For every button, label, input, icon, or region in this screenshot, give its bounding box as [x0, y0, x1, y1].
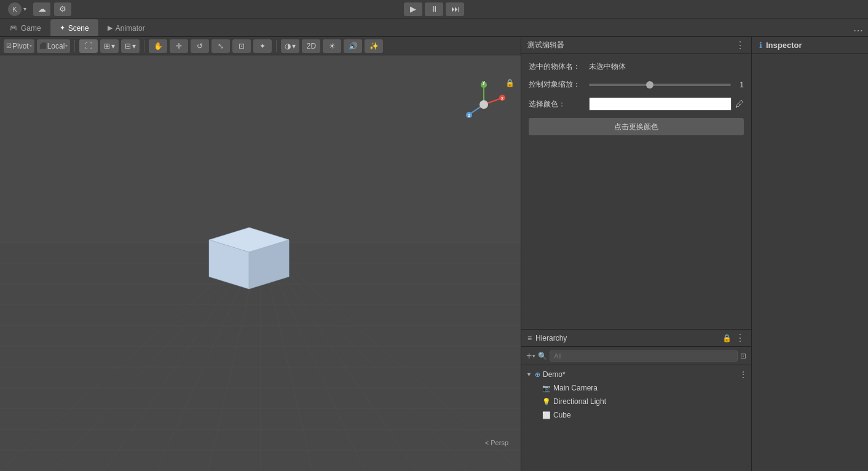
hierarchy-item-main-camera[interactable]: 📷 Main Camera — [521, 381, 751, 395]
cube-label: Cube — [553, 411, 571, 419]
selected-label: 选中的物体名： — [529, 61, 584, 72]
inspector-title: Inspector — [766, 41, 802, 50]
pause-button[interactable]: ⏸ — [425, 2, 443, 16]
rect-icon: ⊞ — [104, 42, 110, 50]
toolbar-sep-2 — [144, 40, 144, 52]
local-label: Local — [47, 42, 65, 50]
translate-button[interactable]: ✛ — [170, 39, 188, 53]
custom-tool-button[interactable]: ✦ — [253, 39, 272, 53]
hand-icon: ✋ — [154, 42, 163, 50]
hierarchy-item-directional-light[interactable]: 💡 Directional Light — [521, 395, 751, 408]
editor-panel-title: 测试编辑器 — [527, 40, 732, 50]
hierarchy-menu-button[interactable]: ⋮ — [735, 333, 745, 343]
scene-toolbar: ☑ Pivot ▾ ⬛ Local ▾ ⛶ ⊞ ▾ ⊟ ▾ — [0, 37, 521, 55]
grid-canvas: y x z 🔒 < Persp — [0, 55, 521, 471]
rect-transform-button[interactable]: ⊡ — [232, 39, 251, 53]
move-tool-button[interactable]: ⛶ — [79, 39, 98, 53]
cloud-button[interactable]: ☁ — [33, 2, 50, 16]
grid-btn[interactable]: ⊟ ▾ — [121, 39, 140, 53]
filter-icon: ⊡ — [740, 352, 746, 360]
inspector-content — [752, 54, 868, 471]
scale-slider-thumb[interactable] — [646, 81, 653, 89]
editor-menu-button[interactable]: ⋮ — [735, 41, 745, 50]
lighting-button[interactable]: ☀ — [323, 39, 341, 53]
pivot-checkbox-icon: ☑ — [6, 42, 12, 49]
fx-button[interactable]: ✨ — [365, 39, 383, 53]
eyedropper-icon: 🖊 — [735, 99, 744, 109]
toolbar-sep-3 — [276, 40, 277, 52]
custom-icon: ✦ — [259, 42, 266, 50]
inspector-icon: ℹ — [759, 41, 762, 50]
step-button[interactable]: ⏭ — [446, 2, 464, 16]
hierarchy-item-scene[interactable]: ▼ ⊕ Demo* ⋮ — [521, 368, 751, 381]
shading-button[interactable]: ◑ ▾ — [281, 39, 299, 53]
color-picker-box[interactable] — [589, 97, 732, 111]
audio-icon: 🔊 — [349, 42, 358, 50]
tab-row: 🎮 Game ✦ Scene ▶ Animator ⋯ — [0, 18, 868, 37]
tab-more-button[interactable]: ⋯ — [848, 25, 868, 36]
rotate-button[interactable]: ↺ — [191, 39, 209, 53]
local-dropdown-arrow: ▾ — [65, 43, 68, 49]
hierarchy-lock-button[interactable]: 🔒 — [722, 334, 732, 342]
editor-panel: 测试编辑器 ⋮ 选中的物体名： 未选中物体 控制对象缩放： 1 — [521, 37, 751, 330]
play-button[interactable]: ▶ — [404, 2, 422, 16]
user-badge: K — [8, 2, 22, 16]
scale-slider-track[interactable] — [589, 84, 731, 86]
scale-row: 控制对象缩放： 1 — [529, 79, 744, 90]
grid-svg — [0, 55, 521, 471]
rect-transform-icon: ⊡ — [239, 42, 245, 50]
hierarchy-panel: ≡ Hierarchy 🔒 ⋮ + ▾ 🔍 ⊡ ▼ — [521, 330, 751, 471]
animator-tab-label: Animator — [116, 24, 145, 33]
2d-label: 2D — [307, 42, 316, 50]
eyedropper-button[interactable]: 🖊 — [735, 99, 744, 109]
svg-rect-1 — [0, 55, 521, 242]
tab-scene[interactable]: ✦ Scene — [50, 19, 98, 36]
tab-animator[interactable]: ▶ Animator — [98, 19, 154, 36]
selected-value: 未选中物体 — [589, 61, 626, 72]
rotate-icon: ↺ — [197, 42, 203, 50]
settings-button[interactable]: ⚙ — [54, 2, 71, 16]
scene-more-button[interactable]: ⋮ — [739, 370, 748, 379]
cloud-icon: ☁ — [38, 4, 46, 14]
hierarchy-add-button[interactable]: + ▾ — [526, 350, 535, 362]
camera-obj-icon: 📷 — [542, 384, 551, 392]
scene-obj-icon: ⊕ — [535, 371, 540, 379]
pivot-label: Pivot — [12, 42, 29, 50]
scene-name: Demo* — [543, 370, 566, 379]
inspector-header: ℹ Inspector — [752, 37, 868, 54]
change-color-button[interactable]: 点击更换颜色 — [529, 118, 744, 135]
rect-dropdown-arrow: ▾ — [111, 42, 115, 50]
shading-dropdown-arrow: ▾ — [292, 42, 296, 50]
hand-tool-button[interactable]: ✋ — [149, 39, 167, 53]
right-panel: 测试编辑器 ⋮ 选中的物体名： 未选中物体 控制对象缩放： 1 — [521, 37, 751, 471]
editor-panel-header: 测试编辑器 ⋮ — [521, 37, 751, 54]
2d-button[interactable]: 2D — [302, 39, 320, 53]
hierarchy-item-cube[interactable]: ⬜ Cube — [521, 408, 751, 422]
audio-button[interactable]: 🔊 — [344, 39, 362, 53]
shading-icon: ◑ — [285, 42, 291, 50]
play-controls: ▶ ⏸ ⏭ — [404, 2, 464, 16]
scene-gizmo[interactable]: y x z — [459, 80, 508, 129]
color-row: 选择颜色： 🖊 — [529, 97, 744, 111]
pivot-button[interactable]: ☑ Pivot ▾ — [4, 39, 34, 53]
light-label: Directional Light — [553, 397, 606, 406]
lighting-icon: ☀ — [329, 42, 336, 50]
hierarchy-search-input[interactable] — [550, 350, 738, 362]
animator-tab-icon: ▶ — [108, 24, 112, 32]
top-toolbar: K ▾ ☁ ⚙ ▶ ⏸ ⏭ — [0, 0, 868, 18]
local-button[interactable]: ⬛ Local ▾ — [37, 39, 71, 53]
play-icon: ▶ — [410, 4, 416, 14]
persp-label: < Persp — [485, 439, 508, 446]
lock-icon[interactable]: 🔒 — [505, 79, 515, 87]
pivot-dropdown-arrow: ▾ — [30, 43, 32, 49]
scene-viewport[interactable]: ☑ Pivot ▾ ⬛ Local ▾ ⛶ ⊞ ▾ ⊟ ▾ — [0, 37, 521, 471]
hierarchy-filter-button[interactable]: ⊡ — [740, 352, 746, 360]
rect-tool-button[interactable]: ⊞ ▾ — [100, 39, 119, 53]
svg-text:y: y — [483, 80, 485, 85]
cube-obj-icon: ⬜ — [542, 411, 551, 419]
scale-tool-button[interactable]: ⤡ — [211, 39, 230, 53]
svg-point-38 — [479, 100, 488, 109]
tab-game[interactable]: 🎮 Game — [0, 19, 50, 36]
account-dropdown[interactable]: K ▾ — [5, 1, 30, 17]
editor-content: 选中的物体名： 未选中物体 控制对象缩放： 1 选择颜色： — [521, 54, 751, 329]
